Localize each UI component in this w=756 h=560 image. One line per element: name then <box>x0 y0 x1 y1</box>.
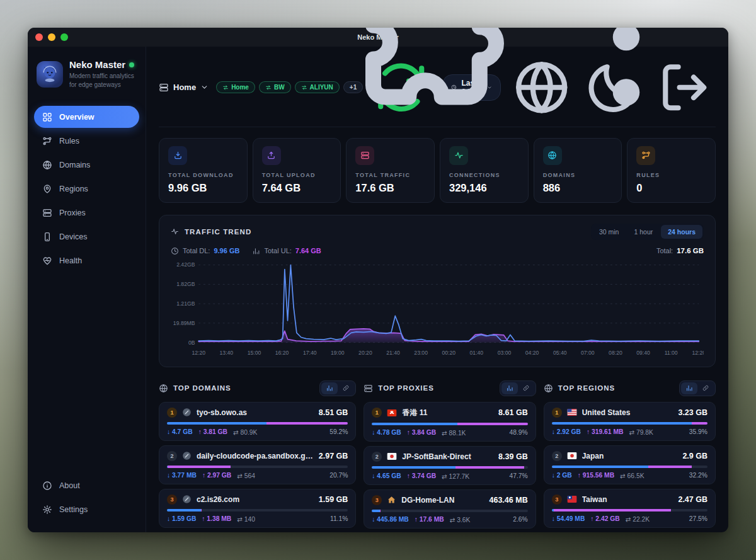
upload-stat: ↑ 3.74 GB <box>407 472 436 479</box>
host-tag[interactable]: ALIYUN <box>295 81 340 93</box>
svg-text:13:40: 13:40 <box>220 349 234 355</box>
list-item[interactable]: 2 JP-SoftBank-Direct 8.39 GB ↓ 4.65 GB ↑… <box>364 446 536 485</box>
link-view-toggle[interactable] <box>338 382 354 394</box>
range-tab-24-hours[interactable]: 24 hours <box>661 225 702 239</box>
list-item[interactable]: 1 香港 11 8.61 GB ↓ 4.78 GB ↑ 3.84 GB ⇄ 88… <box>364 402 536 442</box>
list-item[interactable]: 1 tyo-sb.owo.as 8.51 GB ↓ 4.7 GB ↑ 3.81 … <box>159 402 356 441</box>
download-icon <box>168 146 187 165</box>
bar-view-toggle[interactable] <box>321 382 338 394</box>
item-name: Taiwan <box>582 495 673 504</box>
list-item[interactable]: 2 Japan 2.9 GB ↓ 2 GB ↑ 915.56 MB ⇄ 66.5… <box>544 445 716 484</box>
link-view-toggle[interactable] <box>518 382 534 394</box>
favicon-icon <box>182 494 192 504</box>
sidebar-item-settings[interactable]: Settings <box>34 498 139 520</box>
sidebar-item-label: Regions <box>59 185 88 193</box>
upload-stat: ↑ 2.97 GB <box>202 472 231 479</box>
sidebar-item-proxies[interactable]: Proxies <box>34 202 139 224</box>
download-stat: ↓ 54.49 MB <box>552 515 585 522</box>
svg-text:16:20: 16:20 <box>275 349 289 355</box>
info-icon <box>42 481 52 491</box>
traffic-progress-bar <box>372 510 527 512</box>
chevron-down-icon <box>200 83 209 91</box>
svg-text:17:40: 17:40 <box>303 349 317 355</box>
bar-chart-icon <box>252 247 260 255</box>
favicon-icon <box>182 451 192 460</box>
upload-stat: ↑ 3.81 GB <box>198 428 227 435</box>
bar-view-toggle[interactable] <box>501 382 518 394</box>
close-window-button[interactable] <box>35 33 43 41</box>
zoom-window-button[interactable] <box>60 33 68 41</box>
item-total: 8.51 GB <box>319 408 348 417</box>
download-stat: ↓ 3.77 MB <box>167 472 197 479</box>
traffic-trend-chart[interactable]: 2.42GB1.82GB1.21GB19.89MB0B12:2013:4015:… <box>171 259 704 362</box>
sidebar-item-regions[interactable]: Regions <box>34 178 139 200</box>
stat-card-total-download: TOTAL DOWNLOAD 9.96 GB <box>159 138 248 203</box>
item-total: 2.9 GB <box>682 452 707 460</box>
desktop-background: Neko Master <box>0 0 756 560</box>
list-item[interactable]: 3 DG-Home-LAN 463.46 MB ↓ 445.86 MB ↑ 17… <box>364 489 536 529</box>
list-item[interactable]: 3 Taiwan 2.47 GB ↓ 54.49 MB ↑ 2.42 GB ⇄ … <box>544 489 716 528</box>
stat-card-domains: DOMAINS 886 <box>534 138 622 203</box>
rank-badge: 3 <box>552 494 562 505</box>
host-tag[interactable]: Home <box>216 81 255 93</box>
rank-badge: 3 <box>372 495 382 505</box>
sidebar-item-domains[interactable]: Domains <box>34 154 139 176</box>
extensions-icon[interactable] <box>334 28 523 132</box>
minimize-window-button[interactable] <box>48 33 55 41</box>
globe-icon <box>159 384 168 393</box>
svg-text:07:00: 07:00 <box>581 349 595 355</box>
sidebar-item-label: Domains <box>59 161 90 169</box>
svg-text:03:00: 03:00 <box>498 349 512 355</box>
sidebar-item-about[interactable]: About <box>34 474 139 496</box>
flag-tw-icon <box>567 495 577 503</box>
sidebar-item-label: Devices <box>59 232 87 241</box>
link-view-toggle[interactable] <box>697 382 714 394</box>
sidebar-item-devices[interactable]: Devices <box>34 226 139 248</box>
range-tab-1-hour[interactable]: 1 hour <box>627 225 660 239</box>
list-title: TOP DOMAINS <box>173 384 231 392</box>
item-name: DG-Home-LAN <box>401 496 484 505</box>
flag-us-icon <box>567 408 577 416</box>
flag-jp-icon <box>567 452 577 460</box>
item-total: 2.47 GB <box>678 495 707 504</box>
sidebar-item-label: Rules <box>59 137 79 146</box>
stat-label: TOTAL TRAFFIC <box>355 172 425 178</box>
sidebar-item-rules[interactable]: Rules <box>34 130 139 152</box>
host-tag[interactable]: BW <box>259 81 291 93</box>
traffic-progress-bar <box>372 423 527 425</box>
total-value: 17.6 GB <box>677 247 704 254</box>
stat-value: 17.6 GB <box>355 182 425 194</box>
item-total: 463.46 MB <box>490 496 528 505</box>
item-total: 1.59 GB <box>319 495 348 504</box>
stat-label: TOTAL UPLOAD <box>262 172 332 178</box>
svg-text:15:00: 15:00 <box>248 349 261 355</box>
item-name: 香港 11 <box>402 408 493 418</box>
svg-text:09:40: 09:40 <box>636 349 650 355</box>
view-toggles <box>500 380 536 396</box>
item-total: 8.61 GB <box>498 408 528 417</box>
connections-stat: ⇄ 80.9K <box>233 428 257 436</box>
list-item[interactable]: 1 United States 3.23 GB ↓ 2.92 GB ↑ 319.… <box>544 402 716 441</box>
range-tabs: 30 min1 hour24 hours <box>591 224 704 240</box>
host-selector[interactable]: Home <box>159 83 209 93</box>
globe-icon <box>543 146 562 165</box>
app-tagline: Modern traffic analytics for edge gatewa… <box>69 72 137 89</box>
sidebar-item-health[interactable]: Health <box>34 249 139 271</box>
range-tab-30-min[interactable]: 30 min <box>592 225 626 239</box>
item-name: tyo-sb.owo.as <box>197 408 314 417</box>
svg-text:19.89MB: 19.89MB <box>173 319 195 326</box>
list-item[interactable]: 2 daily-cloudcode-pa.sandbox.googl... 2.… <box>159 445 356 484</box>
traffic-progress-bar <box>167 466 348 468</box>
rank-badge: 2 <box>552 451 562 461</box>
connections-stat: ⇄ 140 <box>237 515 255 523</box>
menu-kebab-icon[interactable] <box>532 28 721 132</box>
list-item[interactable]: 3 c2.is26.com 1.59 GB ↓ 1.59 GB ↑ 1.38 M… <box>159 489 356 528</box>
sidebar-footer: AboutSettings <box>28 472 146 522</box>
percent-stat: 11.1% <box>330 515 348 522</box>
list-title: TOP REGIONS <box>558 384 615 392</box>
sidebar-item-overview[interactable]: Overview <box>34 106 139 128</box>
swap-icon <box>301 84 307 91</box>
bar-view-toggle[interactable] <box>681 382 697 394</box>
percent-stat: 48.9% <box>509 429 527 436</box>
rank-badge: 2 <box>167 451 177 461</box>
